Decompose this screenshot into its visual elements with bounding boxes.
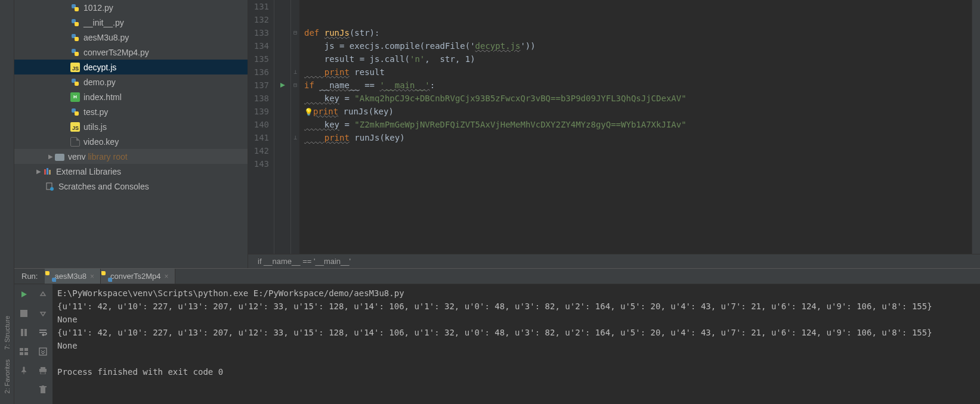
vertical-scrollbar[interactable] — [972, 0, 980, 254]
project-tree[interactable]: 1012.py__init__.pyaesM3u8.pyconverTs2Mp4… — [14, 0, 248, 268]
tree-file[interactable]: Hindex.html — [14, 89, 248, 104]
expand-arrow-icon[interactable]: ▶ — [35, 168, 43, 175]
tree-file-label: utils.js — [84, 122, 107, 132]
run-tab[interactable]: converTs2Mp4 × — [101, 269, 175, 284]
run-tab[interactable]: aesM3u8 × — [45, 269, 101, 284]
svg-rect-18 — [42, 386, 44, 386]
venv-label: venv — [68, 152, 86, 161]
tree-file-label: test.py — [84, 107, 108, 117]
libraries-icon — [43, 167, 52, 176]
stop-button[interactable] — [17, 307, 30, 320]
code-editor[interactable]: 131132133134135136137138139140141142143 … — [248, 0, 980, 268]
code-line[interactable]: key = "Akmq2hpCJ9c+DBCnbRVgCjx93B5zFwcxQ… — [304, 92, 972, 105]
tree-venv[interactable]: ▶venv library root — [14, 149, 248, 164]
tree-file[interactable]: 1012.py — [14, 0, 248, 15]
svg-rect-15 — [41, 372, 45, 374]
tree-file[interactable]: test.py — [14, 104, 248, 119]
expand-arrow-icon[interactable]: ▶ — [47, 153, 55, 160]
python-file-icon — [70, 77, 80, 87]
run-tab-label: aesM3u8 — [54, 272, 86, 281]
rerun-button[interactable] — [17, 288, 30, 301]
marker-gutter — [274, 0, 291, 254]
code-line[interactable]: 💡print runJs(key) — [304, 105, 972, 118]
code-line[interactable]: result = js.call('n', str, 1) — [304, 52, 972, 66]
python-file-icon — [70, 3, 80, 13]
run-label: Run: — [14, 269, 45, 284]
structure-tool-tab[interactable]: 7: Structure — [4, 311, 11, 355]
line-gutter[interactable]: 131132133134135136137138139140141142143 — [248, 0, 274, 254]
code-line[interactable]: if __name__ == '__main__': — [304, 79, 972, 92]
tree-file[interactable]: demo.py — [14, 74, 248, 89]
html-file-icon: H — [70, 92, 80, 102]
scratches-label: Scratches and Consoles — [58, 182, 149, 191]
run-gutter-icon[interactable] — [280, 79, 286, 92]
run-panel: Run: aesM3u8 ×converTs2Mp4 × — [14, 268, 980, 404]
down-button[interactable] — [36, 307, 50, 320]
tree-file-label: __init__.py — [84, 18, 124, 27]
code-line[interactable]: key = "Z2mkmPmGeWpjNVReDFQiZVT5AxVjHeMeM… — [304, 118, 972, 131]
pause-button[interactable] — [17, 326, 30, 339]
code-line[interactable]: print result — [304, 66, 972, 79]
favorites-label: 2: Favorites — [4, 359, 11, 393]
scroll-to-end-button[interactable] — [36, 345, 50, 358]
breadcrumb-text: if __name__ == '__main__' — [258, 257, 351, 266]
tree-file[interactable]: JSutils.js — [14, 119, 248, 134]
svg-rect-13 — [41, 367, 45, 369]
favorites-tool-tab[interactable]: 2: Favorites — [4, 355, 11, 398]
code-line[interactable]: print runJs(key) — [304, 131, 972, 144]
print-button[interactable] — [36, 364, 50, 377]
svg-rect-5 — [20, 310, 27, 317]
svg-rect-8 — [20, 348, 23, 351]
tree-file-label: video.key — [84, 137, 119, 147]
tree-external-libs[interactable]: ▶External Libraries — [14, 164, 248, 179]
layout-button[interactable] — [17, 345, 30, 358]
left-tool-rail: 7: Structure 2: Favorites — [0, 0, 14, 404]
breadcrumb[interactable]: if __name__ == '__main__' — [248, 254, 980, 268]
tree-file-label: decypt.js — [84, 63, 116, 72]
svg-rect-16 — [41, 387, 45, 393]
run-tabs-bar: Run: aesM3u8 ×converTs2Mp4 × — [14, 269, 980, 284]
tree-file-label: index.html — [84, 92, 122, 102]
svg-point-4 — [50, 187, 54, 191]
code-line[interactable] — [304, 144, 972, 157]
close-icon[interactable]: × — [165, 272, 169, 281]
code-line[interactable]: def runJs(str): — [304, 26, 972, 39]
folder-icon — [55, 152, 64, 161]
python-file-icon — [70, 33, 80, 42]
tree-file[interactable]: aesM3u8.py — [14, 30, 248, 45]
tree-file[interactable]: JSdecypt.js — [14, 60, 248, 74]
code-line[interactable] — [304, 157, 972, 170]
svg-rect-14 — [39, 369, 47, 372]
external-libs-label: External Libraries — [56, 167, 121, 176]
code-line[interactable] — [304, 13, 972, 26]
intention-bulb-icon[interactable]: 💡 — [304, 108, 313, 116]
svg-rect-17 — [39, 386, 47, 387]
svg-rect-1 — [47, 168, 48, 175]
up-button[interactable] — [36, 288, 50, 301]
python-file-icon — [70, 107, 80, 117]
tree-file-label: demo.py — [84, 77, 116, 87]
run-toolbar — [14, 284, 52, 404]
tree-file[interactable]: video.key — [14, 134, 248, 149]
tree-file[interactable]: converTs2Mp4.py — [14, 45, 248, 60]
soft-wrap-button[interactable] — [36, 326, 50, 339]
pin-button[interactable] — [17, 364, 30, 377]
tree-file-label: aesM3u8.py — [84, 33, 129, 42]
code-lines[interactable]: def runJs(str): js = execjs.compile(read… — [299, 0, 972, 254]
svg-rect-11 — [24, 352, 28, 355]
trash-button[interactable] — [36, 383, 50, 396]
file-icon — [70, 137, 80, 147]
scratches-icon — [45, 182, 55, 191]
venv-suffix: library root — [88, 152, 127, 161]
code-line[interactable]: js = execjs.compile(readFile('decypt.js'… — [304, 39, 972, 52]
tree-file-label: converTs2Mp4.py — [84, 48, 149, 57]
svg-rect-6 — [21, 329, 23, 336]
fold-gutter[interactable]: ⊟⊥⊟⊥ — [291, 0, 299, 254]
svg-rect-2 — [49, 170, 51, 175]
tree-scratches[interactable]: Scratches and Consoles — [14, 179, 248, 194]
structure-label: 7: Structure — [4, 316, 11, 350]
tree-file[interactable]: __init__.py — [14, 15, 248, 30]
code-line[interactable] — [304, 0, 972, 13]
close-icon[interactable]: × — [90, 272, 94, 281]
console-output[interactable]: E:\PyWorkspace\venv\Scripts\python.exe E… — [52, 284, 980, 404]
